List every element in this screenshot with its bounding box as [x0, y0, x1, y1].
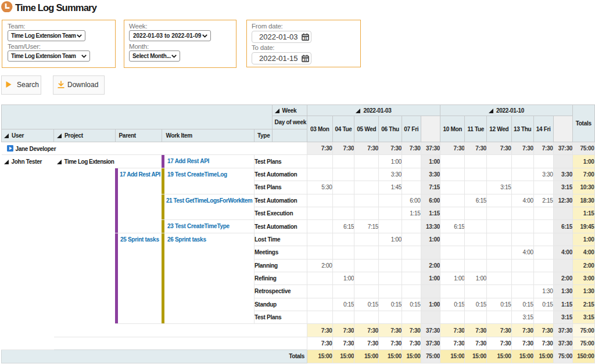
svg-text:31: 31	[303, 37, 307, 40]
svg-text:31: 31	[303, 58, 307, 62]
